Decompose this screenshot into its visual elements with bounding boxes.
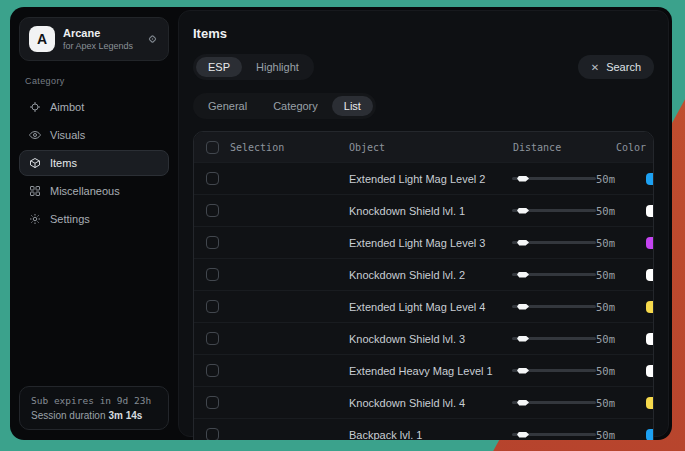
subscription-expiry: Sub expires in 9d 23h — [31, 395, 157, 406]
row-checkbox[interactable] — [206, 236, 219, 249]
sidebar-item-visuals[interactable]: Visuals — [19, 122, 169, 148]
distance-slider[interactable] — [512, 302, 596, 312]
package-icon — [29, 157, 41, 169]
distance-value: 50m — [596, 301, 625, 313]
app-subtitle: for Apex Legends — [63, 40, 133, 52]
gear-icon — [29, 213, 41, 225]
page-title: Items — [193, 26, 654, 41]
table-row: Backpack lvl. 1 50m — [194, 418, 653, 440]
column-header-color: Color — [611, 142, 653, 153]
eye-icon — [29, 129, 41, 141]
color-swatch[interactable] — [646, 205, 654, 217]
app-window: A Arcane for Apex Legends Category Aimbo… — [10, 7, 672, 440]
table-header-row: Selection Object Distance Color — [194, 132, 653, 162]
object-name: Knockdown Shield lvl. 2 — [344, 269, 512, 281]
color-swatch[interactable] — [646, 301, 654, 313]
distance-value: 50m — [596, 173, 625, 185]
view-tabs: General Category List — [193, 93, 376, 119]
distance-slider[interactable] — [512, 366, 596, 376]
distance-slider[interactable] — [512, 334, 596, 344]
distance-value: 50m — [596, 397, 625, 409]
session-duration-value: 3m 14s — [109, 410, 143, 421]
x-icon: ✕ — [591, 62, 599, 73]
mode-tabs: ESP Highlight — [193, 54, 314, 80]
sidebar-item-miscellaneous[interactable]: Miscellaneous — [19, 178, 169, 204]
color-swatch[interactable] — [646, 237, 654, 249]
session-duration: Session duration3m 14s — [31, 410, 157, 421]
row-checkbox[interactable] — [206, 300, 219, 313]
object-name: Extended Light Mag Level 2 — [344, 173, 512, 185]
tab-general[interactable]: General — [196, 96, 259, 116]
row-checkbox[interactable] — [206, 396, 219, 409]
sidebar-item-label: Visuals — [50, 129, 85, 141]
object-name: Knockdown Shield lvl. 3 — [344, 333, 512, 345]
distance-value: 50m — [596, 269, 625, 281]
row-checkbox[interactable] — [206, 332, 219, 345]
row-checkbox[interactable] — [206, 428, 219, 440]
color-swatch[interactable] — [646, 365, 654, 377]
distance-slider[interactable] — [512, 270, 596, 280]
distance-value: 50m — [596, 365, 625, 377]
items-table: Selection Object Distance Color Extended… — [193, 131, 654, 440]
distance-slider[interactable] — [512, 238, 596, 248]
select-all-checkbox[interactable] — [206, 141, 219, 154]
table-row: Knockdown Shield lvl. 4 50m — [194, 386, 653, 418]
color-swatch[interactable] — [646, 397, 654, 409]
sidebar-item-items[interactable]: Items — [19, 150, 169, 176]
table-row: Extended Light Mag Level 3 50m — [194, 226, 653, 258]
app-logo: A — [29, 26, 55, 52]
diamond-icon[interactable] — [146, 33, 159, 46]
sidebar: A Arcane for Apex Legends Category Aimbo… — [10, 7, 178, 440]
object-name: Backpack lvl. 1 — [344, 429, 512, 441]
distance-slider[interactable] — [512, 430, 596, 440]
row-checkbox[interactable] — [206, 204, 219, 217]
column-header-distance: Distance — [512, 142, 611, 153]
distance-slider[interactable] — [512, 206, 596, 216]
tab-list[interactable]: List — [332, 96, 373, 116]
row-checkbox[interactable] — [206, 172, 219, 185]
color-swatch[interactable] — [646, 173, 654, 185]
table-row: Knockdown Shield lvl. 1 50m — [194, 194, 653, 226]
table-body: Extended Light Mag Level 2 50m Knockdown… — [194, 162, 653, 440]
row-checkbox[interactable] — [206, 268, 219, 281]
object-name: Extended Light Mag Level 3 — [344, 237, 512, 249]
search-button[interactable]: ✕ Search — [578, 55, 654, 79]
column-header-object: Object — [344, 142, 512, 153]
sidebar-item-settings[interactable]: Settings — [19, 206, 169, 232]
sidebar-item-aimbot[interactable]: Aimbot — [19, 94, 169, 120]
table-row: Extended Heavy Mag Level 1 50m — [194, 354, 653, 386]
session-info-card: Sub expires in 9d 23h Session duration3m… — [19, 386, 169, 430]
distance-value: 50m — [596, 429, 625, 441]
crosshair-icon — [29, 101, 41, 113]
distance-slider[interactable] — [512, 398, 596, 408]
distance-slider[interactable] — [512, 174, 596, 184]
sidebar-item-label: Aimbot — [50, 101, 84, 113]
object-name: Extended Light Mag Level 4 — [344, 301, 512, 313]
object-name: Knockdown Shield lvl. 4 — [344, 397, 512, 409]
sidebar-item-label: Items — [50, 157, 77, 169]
tab-esp[interactable]: ESP — [196, 57, 242, 77]
table-row: Extended Light Mag Level 2 50m — [194, 162, 653, 194]
table-row: Knockdown Shield lvl. 2 50m — [194, 258, 653, 290]
distance-value: 50m — [596, 205, 625, 217]
object-name: Extended Heavy Mag Level 1 — [344, 365, 512, 377]
column-header-selection: Selection — [230, 142, 284, 153]
distance-value: 50m — [596, 237, 625, 249]
color-swatch[interactable] — [646, 333, 654, 345]
color-swatch[interactable] — [646, 269, 654, 281]
sidebar-item-label: Miscellaneous — [50, 185, 120, 197]
tab-category[interactable]: Category — [261, 96, 330, 116]
row-checkbox[interactable] — [206, 364, 219, 377]
sidebar-item-label: Settings — [50, 213, 90, 225]
distance-value: 50m — [596, 333, 625, 345]
app-header: A Arcane for Apex Legends — [19, 17, 169, 61]
main-panel: Items ESP Highlight ✕ Search General Cat… — [178, 10, 669, 437]
category-section-label: Category — [25, 76, 163, 86]
color-swatch[interactable] — [646, 429, 654, 441]
object-name: Knockdown Shield lvl. 1 — [344, 205, 512, 217]
table-row: Extended Light Mag Level 4 50m — [194, 290, 653, 322]
session-duration-label: Session duration — [31, 410, 106, 421]
app-name: Arcane — [63, 27, 133, 40]
tab-highlight[interactable]: Highlight — [244, 57, 311, 77]
search-button-label: Search — [606, 61, 641, 73]
